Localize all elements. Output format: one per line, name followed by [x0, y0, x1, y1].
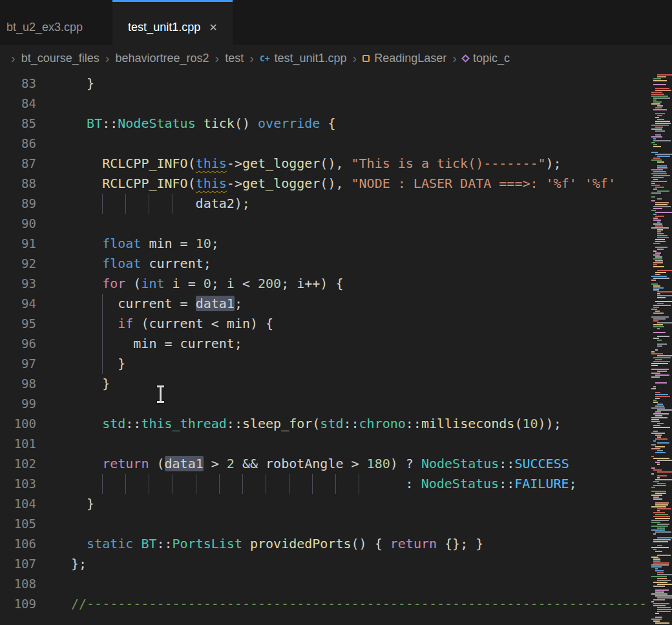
code-lines[interactable]: 83 }8485 BT::NodeStatus tick() override …	[0, 71, 650, 625]
minimap-line	[653, 324, 663, 325]
code-line[interactable]: 107};	[0, 554, 650, 574]
code-line[interactable]: 84	[0, 94, 650, 114]
line-number: 85	[0, 114, 36, 134]
chevron-right-icon: ›	[452, 51, 457, 66]
minimap-line	[657, 464, 660, 465]
line-number: 86	[0, 134, 36, 154]
code-line[interactable]: 98 }	[0, 374, 650, 394]
code-line[interactable]: 101	[0, 434, 650, 454]
code-line[interactable]: 95 if (current < min) {	[0, 314, 650, 334]
code-token: NodeStatus	[118, 116, 195, 131]
code-line[interactable]: 100 std::this_thread::sleep_for(std::chr…	[0, 414, 650, 434]
code-line[interactable]: 92 float current;	[0, 254, 650, 274]
code-line[interactable]: 96 min = current;	[0, 334, 650, 354]
tab-test_unit1-cpp[interactable]: test_unit1.cpp ×	[112, 0, 233, 45]
breadcrumb-item-behaviortree-ros2[interactable]: behaviortree_ros2	[115, 52, 209, 65]
indent-guide	[102, 294, 118, 314]
code-token: FAILURE	[514, 476, 569, 491]
code-line[interactable]: 106 static BT::PortsList providedPorts()…	[0, 534, 650, 554]
minimap-line	[653, 361, 670, 362]
code-line[interactable]: 109//-----------------------------------…	[0, 594, 650, 614]
code-line[interactable]: 93 for (int i = 0; i < 200; i++) {	[0, 274, 650, 294]
minimap[interactable]	[650, 71, 672, 625]
code-token: "NODE : LASER DATA ===>: '%f' '%f'	[352, 176, 616, 191]
minimap-line	[657, 221, 660, 223]
minimap-line	[651, 200, 655, 201]
code-line[interactable]: 104 }	[0, 494, 650, 514]
minimap-line	[655, 241, 666, 242]
code-token: 200	[258, 276, 281, 291]
code-token: 180	[367, 456, 390, 471]
code-line[interactable]: 88 RCLCPP_INFO(this->get_logger(), "NODE…	[0, 174, 650, 194]
code-line[interactable]: 85 BT::NodeStatus tick() override {	[0, 114, 650, 134]
minimap-line	[653, 549, 656, 550]
breadcrumb-label: topic_c	[473, 52, 510, 65]
code-line[interactable]: 99	[0, 394, 650, 414]
code-token: ;	[569, 476, 577, 491]
line-number: 101	[0, 434, 36, 454]
minimap-line	[655, 589, 669, 591]
line-number: 106	[0, 534, 36, 554]
breadcrumb-item-test[interactable]: test	[225, 52, 244, 65]
minimap-line	[655, 90, 671, 91]
minimap-line	[655, 595, 672, 597]
minimap-line	[653, 258, 662, 260]
minimap-line	[653, 278, 669, 279]
code-line[interactable]: 103 : NodeStatus::FAILURE;	[0, 474, 650, 494]
code-line[interactable]: 97 }	[0, 354, 650, 374]
minimap-line	[651, 210, 656, 211]
code-token: data2);	[196, 196, 250, 211]
close-icon[interactable]: ×	[209, 21, 217, 34]
minimap-line	[657, 303, 664, 304]
code-token: }	[71, 496, 94, 511]
breadcrumb-item-topic-c[interactable]: topic_c	[463, 52, 510, 65]
code-token: milliseconds	[421, 416, 515, 431]
minimap-line	[651, 576, 667, 577]
code-token: override	[258, 116, 320, 131]
code-line[interactable]: 90	[0, 214, 650, 234]
code-line[interactable]: 108	[0, 574, 650, 594]
minimap-line	[655, 435, 662, 436]
minimap-line	[653, 497, 659, 498]
tab-bt_u2_ex3-cpp[interactable]: bt_u2_ex3.cpp	[0, 0, 98, 45]
code-token: BT	[87, 116, 102, 131]
minimap-line	[657, 119, 664, 120]
minimap-line	[657, 460, 672, 461]
minimap-line	[651, 487, 655, 488]
minimap-line	[657, 584, 672, 585]
code-line[interactable]: 105	[0, 514, 650, 534]
code-token: (	[188, 156, 196, 171]
minimap-line	[653, 262, 663, 263]
code-token: (current < min) {	[133, 316, 273, 331]
code-line[interactable]: 89 data2);	[0, 194, 650, 214]
code-token	[71, 296, 102, 311]
minimap-line	[657, 291, 672, 292]
line-number: 102	[0, 454, 36, 474]
code-line[interactable]: 83 }	[0, 74, 650, 94]
breadcrumb-item-bt-course-files[interactable]: bt_course_files	[21, 52, 100, 65]
breadcrumb-item-readinglaser[interactable]: ReadingLaser	[362, 52, 446, 65]
minimap-line	[651, 417, 667, 418]
minimap-line	[657, 167, 667, 169]
code-token: 10	[522, 416, 538, 431]
line-number: 107	[0, 554, 36, 574]
minimap-line	[657, 450, 663, 451]
code-line[interactable]: 86	[0, 134, 650, 154]
code-token	[71, 476, 102, 491]
breadcrumbs: ›bt_course_files›behaviortree_ros2›test›…	[0, 45, 672, 71]
minimap-line	[655, 247, 667, 248]
minimap-line	[651, 444, 656, 446]
code-line[interactable]: 94 current = data1;	[0, 294, 650, 314]
minimap-line	[655, 518, 670, 519]
code-line[interactable]: 102 return (data1 > 2 && robotAngle > 18…	[0, 454, 650, 474]
minimap-line	[655, 187, 664, 188]
code-line[interactable]: 91 float min = 10;	[0, 234, 650, 254]
code-token	[196, 116, 204, 131]
code-token: BT	[141, 536, 156, 551]
indent-guide	[173, 474, 196, 494]
code-token: SUCCESS	[514, 456, 569, 471]
minimap-line	[651, 92, 662, 93]
breadcrumb-item-test-unit1-cpp[interactable]: C+test_unit1.cpp	[260, 52, 347, 65]
code-line[interactable]: 87 RCLCPP_INFO(this->get_logger(), "This…	[0, 154, 650, 174]
minimap-line	[651, 185, 660, 186]
